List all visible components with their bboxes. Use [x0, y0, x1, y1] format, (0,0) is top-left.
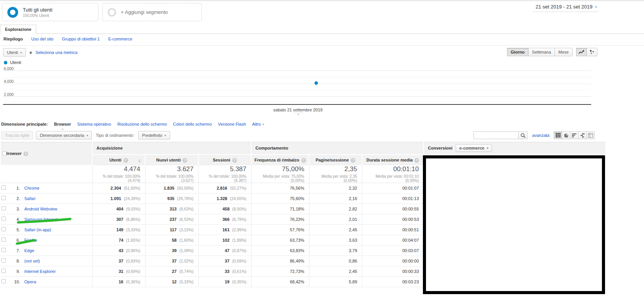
dimension-link[interactable]: Colori dello schermo [173, 122, 212, 126]
gridline [3, 84, 591, 84]
cell-sessions: 47 [225, 248, 230, 253]
help-icon[interactable]: ? [24, 151, 28, 156]
cell-sessions: 19 [225, 279, 230, 284]
granularity-button[interactable]: Giorno [507, 48, 529, 56]
cell-sessions: 161 [222, 227, 229, 232]
select-metric-link[interactable]: Seleziona una metrica [35, 50, 78, 55]
search-button[interactable] [518, 131, 527, 139]
select-all-checkbox[interactable] [2, 151, 7, 156]
table-view-icon[interactable] [554, 131, 562, 139]
secondary-dimension-dropdown[interactable]: Dimensione secondaria ▾ [36, 131, 92, 140]
dimension-browser-selected[interactable]: Browser [54, 122, 71, 126]
row-rank: 4. [12, 217, 20, 222]
column-header[interactable]: Utenti? ↓ [92, 155, 145, 165]
help-icon[interactable]: ? [123, 158, 128, 163]
row-checkbox[interactable] [2, 196, 6, 200]
report-nav-link[interactable]: Uso del sito [31, 37, 53, 41]
row-checkbox[interactable] [2, 248, 6, 252]
report-nav-link[interactable]: Gruppo di obiettivi 1 [62, 37, 100, 41]
report-nav-link[interactable]: E-commerce [108, 37, 132, 41]
dimension-more-dropdown[interactable]: Altro ▾ [252, 122, 264, 126]
help-icon[interactable]: ? [183, 158, 187, 163]
motion-chart-view-icon[interactable] [587, 48, 597, 56]
date-range-selector[interactable]: 21 set 2019 - 21 set 2019 ▾ [532, 4, 598, 12]
column-header[interactable]: Sessioni? ↓ [198, 155, 251, 165]
cell-new-users: 935 [167, 196, 174, 201]
cell-pages: 0,86 [309, 256, 362, 266]
timeseries-chart: Utenti 6.000 4.000 2.000 sabato 21 sette… [0, 59, 644, 118]
row-checkbox[interactable] [2, 217, 6, 221]
chevron-down-icon: ▾ [86, 134, 88, 137]
column-header[interactable]: Durata sessione media? ↓ [362, 155, 424, 165]
cell-new-users: 58 [172, 238, 176, 242]
report-nav-link[interactable]: Riepilogo [3, 37, 23, 41]
column-header[interactable]: Pagine/sessione? ↓ [309, 155, 362, 165]
browser-link[interactable]: Opera [24, 279, 36, 284]
performance-view-icon[interactable] [570, 131, 578, 139]
browser-link[interactable]: Safari [24, 196, 35, 201]
browser-link[interactable]: Chrome [24, 186, 39, 190]
browser-link[interactable]: Samsung Internet [24, 217, 58, 222]
total-sessions: 5.387 [199, 165, 247, 173]
row-checkbox[interactable] [2, 206, 6, 210]
column-header[interactable]: Frequenza di rimbalzo? ↓ [251, 155, 309, 165]
row-checkbox[interactable] [2, 258, 6, 263]
cell-users: 307 [116, 217, 123, 222]
dimension-link[interactable]: Sistema operativo [77, 122, 111, 126]
cell-users: 1.091 [110, 196, 121, 201]
row-checkbox[interactable] [2, 279, 6, 283]
cell-new-users: 237 [169, 217, 176, 222]
conversions-goal-dropdown[interactable]: e-commerce ▾ [456, 144, 492, 152]
cell-duration: 00:04:07 [362, 235, 424, 245]
segment-all-users[interactable]: Tutti gli utenti 100,00% Utenti [2, 3, 98, 21]
x-axis [3, 104, 591, 105]
add-segment-button[interactable]: + Aggiungi segmento [102, 3, 202, 21]
cell-users: 43 [118, 248, 123, 253]
cell-duration: 00:00:55 [362, 204, 424, 214]
cell-sessions: 2.816 [216, 186, 227, 190]
browser-link[interactable]: Android Webview [24, 207, 57, 211]
comparison-view-icon[interactable] [578, 131, 587, 139]
help-icon[interactable]: ? [414, 158, 419, 163]
row-checkbox[interactable] [2, 227, 6, 231]
row-checkbox[interactable] [2, 185, 6, 190]
granularity-button[interactable]: Settimana [528, 48, 555, 56]
plot-rows-button[interactable]: Traccia righe [1, 131, 33, 140]
dimension-link[interactable]: Versione Flash [218, 122, 246, 126]
cell-users: 2.304 [110, 186, 121, 190]
row-rank: 1. [12, 186, 20, 190]
timeline-handle[interactable]: ▾ [293, 113, 303, 116]
row-checkbox[interactable] [2, 269, 6, 273]
chevron-down-icon: ▾ [487, 146, 488, 150]
metric-dropdown[interactable]: Utenti ▾ [3, 48, 26, 57]
help-icon[interactable]: ? [351, 158, 355, 163]
row-checkbox[interactable] [2, 237, 6, 242]
data-point-utenti[interactable] [314, 81, 318, 85]
tab-esplorazione[interactable]: Esplorazione [0, 25, 36, 34]
cell-pages: 3,63 [309, 235, 362, 245]
cell-bounce: 75,60% [251, 193, 309, 204]
browser-link[interactable]: Internet Explorer [24, 269, 56, 274]
help-icon[interactable]: ? [301, 158, 306, 163]
cell-bounce: 71,18% [251, 204, 309, 214]
percentage-view-icon[interactable] [562, 131, 570, 139]
search-input[interactable] [473, 131, 518, 139]
gridline-minor [3, 102, 591, 102]
column-header[interactable]: Nuovi utenti? ↓ [145, 155, 198, 165]
granularity-button[interactable]: Mese [554, 48, 573, 56]
help-icon[interactable]: ? [232, 158, 237, 163]
primary-dimension-bar: Dimensione principale: Browser Sistema o… [1, 122, 264, 126]
advanced-search-link[interactable]: avanzata [532, 133, 549, 138]
dimension-link[interactable]: Risoluzione dello schermo [117, 122, 167, 126]
sort-type-dropdown[interactable]: Predefinito ▾ [138, 131, 170, 140]
table-controls-left: Traccia righe Dimensione secondaria ▾ Ti… [1, 131, 170, 140]
chevron-down-icon: ▾ [20, 51, 22, 54]
line-chart-view-icon[interactable] [576, 48, 587, 56]
browser-link[interactable]: (not set) [24, 259, 40, 263]
cell-new-users: 1.835 [164, 186, 174, 190]
pivot-view-icon[interactable] [586, 131, 595, 139]
browser-link[interactable]: Firefox [24, 238, 37, 242]
group-header-conversioni: Conversioni e-commerce ▾ [424, 142, 605, 155]
browser-link[interactable]: Edge [24, 248, 34, 253]
browser-link[interactable]: Safari (in-app) [24, 227, 51, 232]
